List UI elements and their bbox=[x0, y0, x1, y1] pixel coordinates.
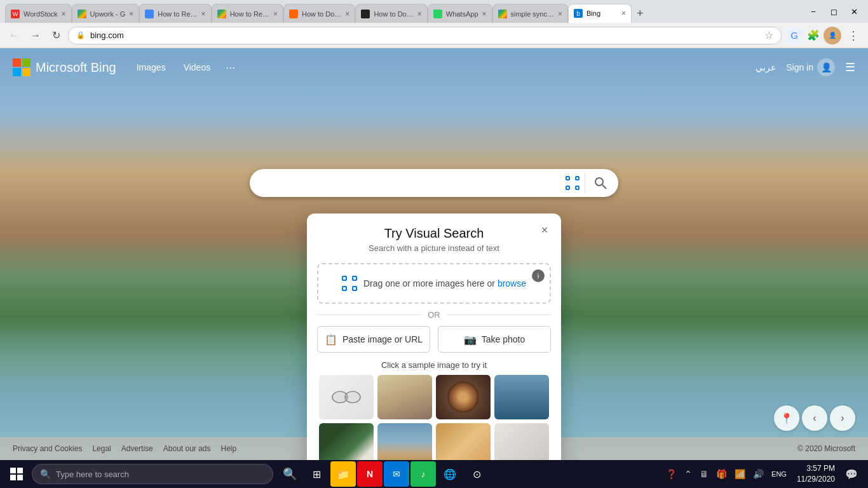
tab-howdo2[interactable]: How to Do… × bbox=[355, 4, 427, 23]
extensions-button[interactable]: G bbox=[785, 27, 803, 44]
bing-logo[interactable]: Microsoft Bing bbox=[13, 58, 116, 76]
bookmark-button[interactable]: ☆ bbox=[764, 29, 773, 41]
tab-label-whatsapp: WhatsApp bbox=[446, 10, 478, 18]
arabic-language-link[interactable]: عربي bbox=[756, 62, 776, 72]
browse-link[interactable]: browse bbox=[498, 278, 526, 288]
tab-favicon-simplesync bbox=[498, 10, 507, 18]
drop-zone[interactable]: Drag one or more images here or browse i bbox=[317, 263, 551, 304]
close-button[interactable]: ✕ bbox=[845, 5, 863, 18]
sign-in-button[interactable]: Sign in 👤 bbox=[786, 58, 835, 76]
start-button[interactable] bbox=[3, 460, 31, 488]
take-photo-button[interactable]: 📷 Take photo bbox=[438, 326, 551, 353]
tab-howrev2[interactable]: How to Re… × bbox=[212, 4, 283, 23]
svg-rect-13 bbox=[353, 287, 356, 290]
address-input-wrap[interactable]: 🔒 bing.com ☆ bbox=[68, 27, 782, 44]
taskbar-chevron-up[interactable]: ⌃ bbox=[682, 468, 695, 480]
refresh-button[interactable]: ↻ bbox=[48, 27, 64, 44]
taskbar-mail[interactable]: ✉ bbox=[384, 461, 409, 487]
tab-whatsapp[interactable]: WhatsApp × bbox=[428, 4, 492, 23]
popup-close-button[interactable]: × bbox=[536, 221, 553, 239]
sample-image-pyramid[interactable] bbox=[377, 423, 432, 460]
taskbar-search-button[interactable]: 🔍 bbox=[277, 461, 302, 487]
tab-label-howdo1: How to Do… bbox=[302, 10, 341, 18]
new-tab-button[interactable]: + bbox=[632, 4, 649, 23]
tab-favicon-bing: b bbox=[574, 9, 583, 18]
taskbar-question-icon[interactable]: ❓ bbox=[663, 468, 679, 480]
paste-image-button[interactable]: 📋 Paste image or URL bbox=[317, 326, 430, 353]
browser-menu-button[interactable]: ⋮ bbox=[844, 27, 863, 44]
svg-rect-12 bbox=[342, 287, 346, 290]
taskbar-task-view[interactable]: ⊞ bbox=[304, 461, 329, 487]
taskbar-volume-icon[interactable]: 🔊 bbox=[750, 468, 766, 480]
tab-howdo1[interactable]: How to Do… × bbox=[283, 4, 355, 23]
forward-button[interactable]: → bbox=[27, 27, 44, 44]
about-ads-link[interactable]: About our ads bbox=[163, 444, 211, 453]
next-arrow-button[interactable]: › bbox=[830, 405, 855, 431]
tab-close-whatsapp[interactable]: × bbox=[482, 10, 487, 18]
sample-image-room[interactable] bbox=[377, 375, 432, 419]
visual-search-camera-icon[interactable] bbox=[565, 173, 585, 193]
prev-arrow-button[interactable]: ‹ bbox=[802, 405, 827, 431]
taskbar-search-placeholder: Type here to search bbox=[56, 470, 129, 479]
puzzle-icon[interactable]: 🧩 bbox=[806, 28, 821, 43]
profile-icon[interactable]: 👤 bbox=[824, 27, 841, 44]
tab-howrev1[interactable]: How to Re… × bbox=[139, 4, 211, 23]
sample-image-coffee[interactable] bbox=[436, 375, 491, 419]
taskbar-spotify[interactable]: ♪ bbox=[410, 461, 436, 487]
taskbar-edge[interactable]: 🌐 bbox=[437, 461, 463, 487]
minimize-button[interactable]: − bbox=[804, 5, 822, 18]
hamburger-menu-button[interactable]: ☰ bbox=[845, 60, 855, 74]
nav-videos[interactable]: Videos bbox=[176, 58, 219, 76]
tab-close-howrev2[interactable]: × bbox=[273, 10, 278, 18]
svg-rect-20 bbox=[17, 475, 23, 480]
tab-close-wordstock[interactable]: × bbox=[62, 10, 66, 18]
svg-rect-0 bbox=[13, 58, 21, 67]
taskbar-network-icon[interactable]: 📶 bbox=[732, 468, 748, 480]
tab-upwork[interactable]: Upwork - G × bbox=[72, 4, 140, 23]
sample-image-flower[interactable] bbox=[319, 423, 374, 460]
tab-wordstock[interactable]: W WordStock × bbox=[5, 4, 72, 23]
info-icon[interactable]: i bbox=[532, 269, 545, 282]
taskbar-gift-icon[interactable]: 🎁 bbox=[714, 468, 729, 480]
taskbar-display-icon[interactable]: 🖥 bbox=[697, 468, 711, 480]
sample-image-glasses[interactable] bbox=[319, 375, 374, 419]
taskbar-chrome[interactable]: ⊙ bbox=[464, 461, 489, 487]
system-clock[interactable]: 3:57 PM 11/29/2020 bbox=[792, 462, 840, 486]
advertise-link[interactable]: Advertise bbox=[121, 444, 153, 453]
maximize-button[interactable]: ◻ bbox=[825, 5, 843, 18]
svg-rect-19 bbox=[10, 475, 16, 480]
svg-rect-2 bbox=[13, 68, 21, 76]
back-button[interactable]: ← bbox=[5, 27, 23, 44]
sample-image-goat[interactable] bbox=[494, 423, 549, 460]
svg-rect-6 bbox=[566, 186, 569, 189]
or-line-right bbox=[447, 315, 551, 315]
tab-close-bing[interactable]: × bbox=[621, 9, 626, 18]
search-input[interactable] bbox=[257, 177, 560, 189]
tab-simplesync[interactable]: simple sync… × bbox=[492, 4, 568, 23]
search-button[interactable] bbox=[590, 173, 611, 193]
nav-images[interactable]: Images bbox=[129, 58, 173, 76]
sample-images-grid bbox=[317, 375, 551, 460]
legal-link[interactable]: Legal bbox=[92, 444, 111, 453]
privacy-link[interactable]: Privacy and Cookies bbox=[13, 444, 82, 453]
bing-nav: Images Videos ··· bbox=[129, 58, 241, 77]
tab-close-howdo1[interactable]: × bbox=[345, 10, 349, 18]
nav-more-button[interactable]: ··· bbox=[220, 58, 240, 77]
sign-in-icon: 👤 bbox=[817, 58, 835, 76]
taskbar-language[interactable]: ENG bbox=[769, 469, 789, 479]
tab-favicon-howdo2 bbox=[361, 10, 370, 18]
tab-close-simplesync[interactable]: × bbox=[558, 10, 562, 18]
tab-close-howdo2[interactable]: × bbox=[417, 10, 422, 18]
tab-label-howdo2: How to Do… bbox=[374, 10, 413, 18]
taskbar-file-explorer[interactable]: 📁 bbox=[330, 461, 356, 487]
location-button[interactable]: 📍 bbox=[774, 405, 799, 431]
sample-image-opera[interactable] bbox=[494, 375, 549, 419]
tab-close-upwork[interactable]: × bbox=[129, 10, 133, 18]
taskbar-netflix[interactable]: N bbox=[357, 461, 383, 487]
tab-bing[interactable]: b Bing × bbox=[568, 4, 632, 23]
help-link[interactable]: Help bbox=[221, 444, 237, 453]
notification-bell[interactable]: 💬 bbox=[843, 467, 860, 482]
tab-close-howrev1[interactable]: × bbox=[201, 10, 206, 18]
sample-image-dog[interactable] bbox=[436, 423, 491, 460]
taskbar-search-box[interactable]: 🔍 Type here to search bbox=[32, 464, 273, 484]
